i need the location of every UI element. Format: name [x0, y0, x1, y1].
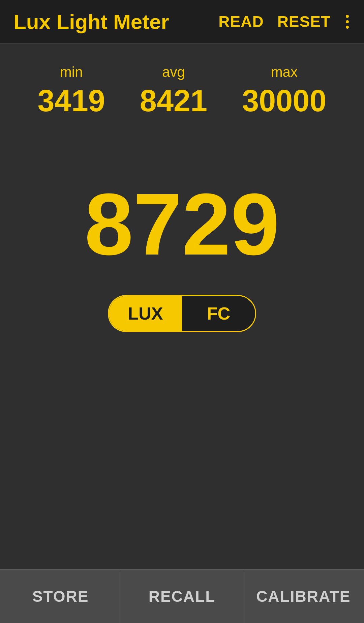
overflow-menu-button[interactable] [344, 13, 351, 30]
spacer [0, 374, 364, 569]
app-title: Lux Light Meter [13, 10, 169, 34]
stat-min: min 3419 [38, 64, 105, 118]
dot-icon [346, 15, 349, 18]
max-value: 30000 [242, 84, 326, 118]
lux-toggle-option[interactable]: LUX [109, 296, 182, 331]
stat-max: max 30000 [242, 64, 326, 118]
main-reading-container: 8729 LUX FC [0, 132, 364, 374]
main-reading-value: 8729 [85, 180, 279, 268]
stat-avg: avg 8421 [140, 64, 207, 118]
fc-toggle-option[interactable]: FC [182, 296, 255, 331]
min-label: min [60, 64, 83, 80]
unit-toggle-switch[interactable]: LUX FC [108, 295, 256, 332]
unit-toggle-container: LUX FC [108, 295, 256, 332]
dot-icon [346, 26, 349, 29]
content-area: min 3419 avg 8421 max 30000 8729 LUX FC [0, 44, 364, 569]
store-button[interactable]: STORE [0, 569, 121, 623]
header-actions: READ RESET [218, 12, 351, 31]
reset-button[interactable]: RESET [277, 12, 331, 31]
avg-value: 8421 [140, 84, 207, 118]
dot-icon [346, 20, 349, 23]
read-button[interactable]: READ [218, 12, 264, 31]
app-header: Lux Light Meter READ RESET [0, 0, 364, 44]
bottom-buttons: STORE RECALL CALIBRATE [0, 569, 364, 623]
min-value: 3419 [38, 84, 105, 118]
max-label: max [271, 64, 298, 80]
stats-row: min 3419 avg 8421 max 30000 [0, 44, 364, 132]
recall-button[interactable]: RECALL [121, 569, 243, 623]
calibrate-button[interactable]: CALIBRATE [243, 569, 364, 623]
avg-label: avg [162, 64, 185, 80]
